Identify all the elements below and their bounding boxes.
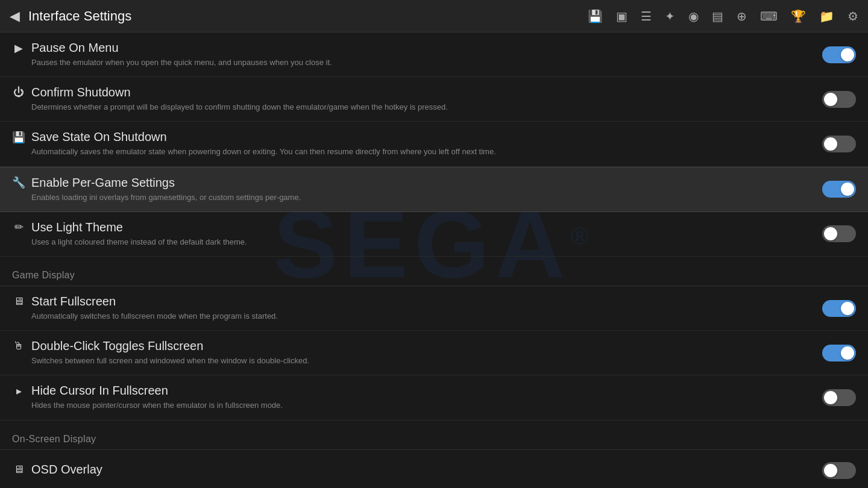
osd-icon: 🖥	[12, 463, 25, 476]
setting-left: ⏻ Confirm Shutdown Determines whether a …	[12, 86, 822, 113]
setting-left: 💾 Save State On Shutdown Automatically s…	[12, 130, 822, 157]
start-fullscreen-toggle[interactable]	[822, 300, 856, 317]
setting-osd-overlay[interactable]: 🖥 OSD Overlay	[0, 450, 868, 489]
hide-cursor-title: Hide Cursor In Fullscreen	[31, 384, 168, 398]
back-button[interactable]: ◀	[10, 8, 20, 24]
setting-title-row: ✏ Use Light Theme	[12, 221, 810, 234]
headphone-icon[interactable]: ◉	[688, 9, 699, 23]
toggle-knob	[841, 183, 854, 196]
light-theme-title: Use Light Theme	[31, 221, 123, 234]
topbar: ◀ Interface Settings 💾 ▣ ☰ ✦ ◉ ▤ ⊕ ⌨ 🏆 📁…	[0, 0, 868, 33]
confirm-shutdown-title: Confirm Shutdown	[31, 86, 131, 99]
setting-hide-cursor[interactable]: ▸ Hide Cursor In Fullscreen Hides the mo…	[0, 375, 868, 420]
setting-title-row: ⏻ Confirm Shutdown	[12, 86, 810, 99]
wrench-icon: 🔧	[12, 176, 25, 189]
setting-enable-per-game[interactable]: 🔧 Enable Per-Game Settings Enables loadi…	[0, 167, 868, 212]
settings-content: ▶ Pause On Menu Pauses the emulator when…	[0, 33, 868, 488]
hide-cursor-desc: Hides the mouse pointer/cursor when the …	[12, 400, 810, 411]
confirm-shutdown-toggle[interactable]	[822, 91, 856, 108]
toggle-knob	[824, 391, 837, 404]
osd-toggle[interactable]	[822, 462, 856, 479]
per-game-toggle[interactable]	[822, 181, 856, 198]
memory-card-icon[interactable]: ▤	[712, 9, 723, 23]
setting-title-row: ▶ Pause On Menu	[12, 41, 810, 55]
keyboard-icon[interactable]: ⌨	[760, 9, 778, 23]
pencil-icon: ✏	[12, 221, 25, 234]
save-state-icon: 💾	[12, 131, 25, 144]
toggle-knob	[824, 464, 837, 477]
setting-left: 🖱 Double-Click Toggles Fullscreen Switch…	[12, 339, 822, 366]
setting-title-row: 🔧 Enable Per-Game Settings	[12, 176, 810, 190]
setting-left: 🖥 Start Fullscreen Automatically switche…	[12, 295, 822, 322]
sliders-icon[interactable]: ☰	[641, 9, 652, 23]
setting-left: ▸ Hide Cursor In Fullscreen Hides the mo…	[12, 384, 822, 411]
setting-pause-on-menu[interactable]: ▶ Pause On Menu Pauses the emulator when…	[0, 33, 868, 77]
power-icon: ⏻	[12, 86, 25, 99]
folder-icon[interactable]: 📁	[819, 9, 834, 23]
setting-left: 🔧 Enable Per-Game Settings Enables loadi…	[12, 176, 822, 203]
section-on-screen-display: On-Screen Display	[0, 421, 868, 450]
toggle-knob	[841, 346, 854, 360]
double-click-toggle[interactable]	[822, 345, 856, 361]
double-click-title: Double-Click Toggles Fullscreen	[31, 339, 203, 353]
setting-title-row: 🖱 Double-Click Toggles Fullscreen	[12, 339, 810, 353]
setting-title-row: 🖥 Start Fullscreen	[12, 295, 810, 308]
toggle-knob	[841, 48, 854, 61]
setting-title-row: 🖥 OSD Overlay	[12, 463, 810, 477]
section-game-display: Game Display	[0, 257, 868, 286]
pause-on-menu-desc: Pauses the emulator when you open the qu…	[12, 57, 810, 68]
toggle-knob	[824, 137, 837, 151]
topbar-icons: 💾 ▣ ☰ ✦ ◉ ▤ ⊕ ⌨ 🏆 📁 ⚙	[588, 9, 858, 23]
cursor-icon: ▸	[12, 384, 25, 398]
magic-wand-icon[interactable]: ✦	[665, 9, 675, 23]
setting-title-row: ▸ Hide Cursor In Fullscreen	[12, 384, 810, 398]
osd-title: OSD Overlay	[31, 463, 102, 477]
light-theme-desc: Uses a light coloured theme instead of t…	[12, 237, 810, 248]
setting-title-row: 💾 Save State On Shutdown	[12, 130, 810, 144]
page-title: Interface Settings	[28, 8, 588, 24]
trophy-icon[interactable]: 🏆	[791, 9, 806, 23]
pause-on-menu-toggle[interactable]	[822, 46, 856, 63]
hide-cursor-toggle[interactable]	[822, 389, 856, 406]
per-game-desc: Enables loading ini overlays from gamese…	[12, 192, 810, 203]
pause-icon: ▶	[12, 42, 25, 55]
chip-icon[interactable]: ▣	[616, 9, 627, 23]
per-game-title: Enable Per-Game Settings	[31, 176, 175, 190]
start-fullscreen-desc: Automatically switches to fullscreen mod…	[12, 311, 810, 322]
save-state-title: Save State On Shutdown	[31, 130, 167, 144]
pause-on-menu-title: Pause On Menu	[31, 41, 119, 55]
mouse-icon: 🖱	[12, 340, 25, 352]
setting-confirm-shutdown[interactable]: ⏻ Confirm Shutdown Determines whether a …	[0, 77, 868, 122]
save-state-desc: Automatically saves the emulator state w…	[12, 146, 810, 157]
toggle-knob	[841, 302, 854, 315]
start-fullscreen-title: Start Fullscreen	[31, 295, 116, 308]
setting-left: ✏ Use Light Theme Uses a light coloured …	[12, 221, 822, 248]
save-state-toggle[interactable]	[822, 136, 856, 152]
toggle-knob	[824, 227, 837, 240]
gamepad-icon[interactable]: ⊕	[737, 9, 747, 23]
confirm-shutdown-desc: Determines whether a prompt will be disp…	[12, 102, 810, 113]
setting-double-click-fullscreen[interactable]: 🖱 Double-Click Toggles Fullscreen Switch…	[0, 331, 868, 375]
double-click-desc: Switches between full screen and windowe…	[12, 355, 810, 366]
monitor-icon: 🖥	[12, 295, 25, 308]
setting-left: ▶ Pause On Menu Pauses the emulator when…	[12, 41, 822, 68]
setting-use-light-theme[interactable]: ✏ Use Light Theme Uses a light coloured …	[0, 212, 868, 257]
light-theme-toggle[interactable]	[822, 225, 856, 242]
toggle-knob	[824, 93, 837, 106]
save-icon[interactable]: 💾	[588, 9, 603, 23]
setting-left: 🖥 OSD Overlay	[12, 463, 822, 479]
setting-start-fullscreen[interactable]: 🖥 Start Fullscreen Automatically switche…	[0, 286, 868, 331]
settings-icon[interactable]: ⚙	[848, 9, 858, 23]
setting-save-state-on-shutdown[interactable]: 💾 Save State On Shutdown Automatically s…	[0, 122, 868, 166]
